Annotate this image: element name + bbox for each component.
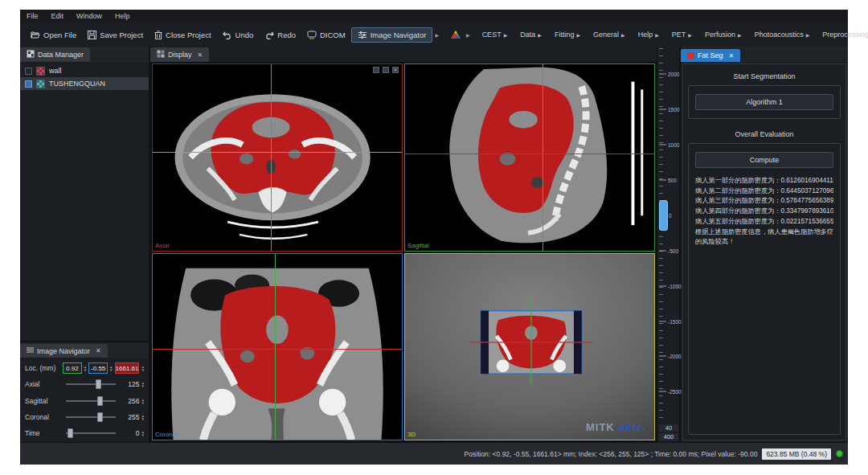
location-x-field[interactable]: 0.92 — [63, 362, 82, 374]
view-menu-help[interactable]: Help▶ — [635, 31, 662, 39]
fat-seg-panel: Fat Seg ✕ Start Segmentation Algorithm 1… — [679, 47, 848, 442]
sagittal-slider-handle[interactable] — [97, 396, 103, 406]
crosshair-toggle-icon[interactable] — [373, 67, 379, 73]
levelwindow-scale[interactable]: 2000 1500 1000 500 0 -500 -1000 -1500 -2… — [659, 48, 678, 420]
dicom-button[interactable]: DICOM — [301, 28, 351, 42]
visibility-checkbox[interactable] — [25, 68, 32, 75]
open-file-icon — [31, 31, 40, 39]
axial-slider-track[interactable] — [66, 383, 116, 385]
data-manager-tab-label: Data Manager — [38, 51, 84, 59]
location-label: Loc. (mm) — [25, 364, 60, 372]
overall-evaluation-title: Overall Evaluation — [688, 127, 841, 143]
menu-bar: File Edit Window Help — [20, 10, 848, 23]
view-menu-label: Help — [638, 31, 653, 39]
threed-view[interactable]: MITK dkfz. 3D — [404, 253, 655, 441]
sagittal-slider-track[interactable] — [66, 400, 116, 402]
coronal-slider-handle[interactable] — [97, 412, 103, 422]
image-navigator-button[interactable]: Image Navigator — [351, 27, 433, 43]
toolbar-extension-arrow[interactable]: ▶ — [435, 32, 439, 38]
axial-slider-handle[interactable] — [96, 379, 101, 389]
menu-file[interactable]: File — [27, 12, 39, 20]
level-value[interactable]: 40 — [659, 424, 678, 432]
tab-data-manager[interactable]: Data Manager — [20, 47, 90, 62]
view-menu-pet[interactable]: PET▶ — [669, 31, 695, 39]
chevron-right-icon: ▶ — [688, 32, 692, 38]
window-value[interactable]: 400 — [659, 433, 678, 440]
data-node-tushengquan[interactable]: TUSHENGQUAN — [20, 77, 149, 90]
close-icon[interactable]: ✕ — [96, 347, 101, 354]
view-menu-cest[interactable]: CEST▶ — [479, 31, 511, 39]
location-z-field[interactable]: 1661.61 — [115, 362, 140, 374]
fat-seg-body: Start Segmentation Algorithm 1 Overall E… — [682, 63, 846, 440]
scale-tick: -1000 — [659, 283, 682, 289]
compute-button[interactable]: Compute — [695, 152, 833, 168]
view-grid: ✕ Axial — [150, 62, 657, 442]
data-node-wall[interactable]: wall — [20, 64, 149, 77]
fat-seg-tab-label: Fat Seg — [698, 51, 723, 59]
time-slider-handle[interactable] — [68, 428, 73, 438]
axial-crosshair-horizontal[interactable] — [153, 152, 402, 153]
image-navigator-icon — [358, 31, 367, 39]
view-menu-label: Data — [520, 31, 535, 39]
redo-button[interactable]: Redo — [259, 28, 301, 42]
coronal-crosshair-horizontal[interactable] — [153, 349, 402, 350]
close-icon[interactable]: ✕ — [729, 52, 735, 59]
open-file-label: Open File — [43, 31, 76, 39]
redo-label: Redo — [277, 31, 296, 39]
coronal-crosshair-vertical[interactable] — [275, 254, 276, 440]
tab-fat-seg[interactable]: Fat Seg ✕ — [681, 49, 740, 62]
close-icon[interactable]: ✕ — [198, 51, 203, 59]
view-menu-data[interactable]: Data▶ — [517, 31, 545, 39]
visibility-checkbox[interactable] — [25, 80, 32, 88]
spinner-arrows[interactable]: ▴▾ — [141, 398, 144, 404]
sagittal-slider-value[interactable]: 256 — [121, 397, 139, 405]
save-project-button[interactable]: Save Project — [82, 28, 149, 42]
view-menu-photoacoustics[interactable]: Photoacoustics▶ — [751, 31, 813, 39]
axial-slider-value[interactable]: 125 — [121, 380, 139, 388]
open-file-button[interactable]: Open File — [25, 28, 82, 42]
layout-toggle-icon[interactable] — [383, 67, 389, 73]
tab-display[interactable]: Display ✕ — [150, 47, 209, 62]
location-y-field[interactable]: -0.55 — [88, 362, 108, 374]
tab-image-navigator[interactable]: Image Navigator ✕ — [20, 344, 108, 358]
color-legend-arrow[interactable]: ▶ — [466, 32, 470, 38]
sagittal-crosshair-horizontal[interactable] — [405, 154, 654, 154]
sagittal-crosshair-vertical[interactable] — [542, 64, 543, 251]
menu-window[interactable]: Window — [76, 12, 102, 20]
close-project-button[interactable]: Close Project — [149, 28, 217, 42]
spinner-arrows[interactable]: ▴▾ — [141, 414, 144, 420]
scale-tick: 500 — [659, 178, 677, 183]
time-slider-track[interactable] — [66, 432, 116, 434]
view-menu-preprocessing[interactable]: Preprocessing▶ — [819, 31, 868, 39]
time-slider-value[interactable]: 0 — [121, 429, 139, 437]
spinner-arrows[interactable]: ▴▾ — [141, 430, 144, 436]
view-menu-icon[interactable]: ✕ — [392, 67, 399, 73]
menu-help[interactable]: Help — [115, 12, 130, 20]
levelwindow-handle[interactable] — [659, 200, 668, 231]
axial-view[interactable]: ✕ Axial — [152, 63, 403, 252]
spinner-arrows[interactable]: ▴▾ — [110, 365, 113, 371]
coronal-view[interactable]: Coronal — [152, 253, 403, 441]
display-area: Display ✕ — [150, 47, 657, 442]
fat-seg-tabbar: Fat Seg ✕ — [681, 47, 848, 62]
scale-tick: -1500 — [659, 318, 682, 324]
image-navigator-body: Loc. (mm) 0.92 ▴▾ -0.55 ▴▾ 1661.61 ▴▾ Ax… — [20, 358, 149, 442]
spinner-arrows[interactable]: ▴▾ — [84, 365, 87, 371]
view-menu-fitting[interactable]: Fitting▶ — [551, 31, 583, 39]
view-menu-general[interactable]: General▶ — [590, 31, 628, 39]
spinner-arrows[interactable]: ▴▾ — [141, 381, 144, 387]
chevron-right-icon: ▶ — [738, 32, 742, 38]
menu-edit[interactable]: Edit — [51, 12, 64, 20]
color-legend-icon[interactable] — [450, 30, 461, 39]
image-node-icon — [36, 80, 45, 88]
view-menu-perfusion[interactable]: Perfusion▶ — [702, 31, 745, 39]
spinner-arrows[interactable]: ▴▾ — [141, 365, 144, 371]
coronal-slider-track[interactable] — [66, 416, 116, 418]
scale-tick: -500 — [659, 248, 678, 253]
algorithm-1-button[interactable]: Algorithm 1 — [695, 94, 833, 110]
sagittal-view[interactable]: Sagittal — [404, 63, 655, 252]
chevron-right-icon: ▶ — [576, 32, 580, 38]
undo-button[interactable]: Undo — [217, 28, 260, 42]
axial-crosshair-vertical[interactable] — [271, 64, 272, 251]
coronal-slider-value[interactable]: 255 — [121, 413, 139, 421]
